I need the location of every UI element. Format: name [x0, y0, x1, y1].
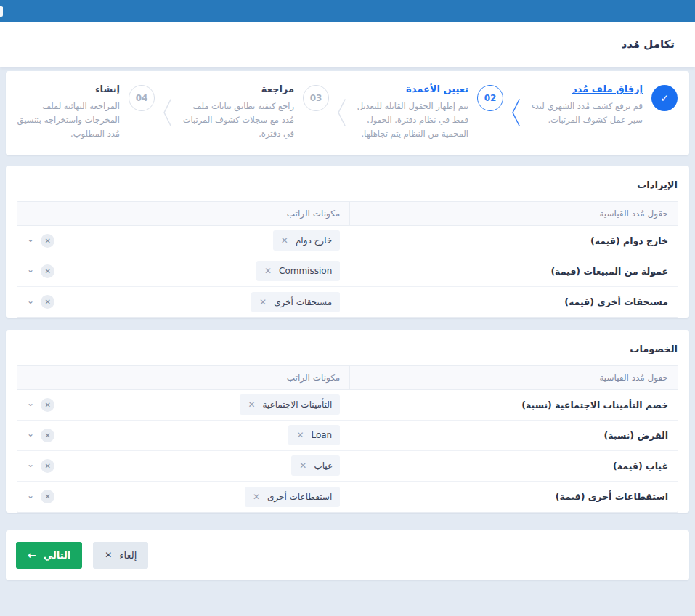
- section-title: الإيرادات: [6, 166, 689, 201]
- step-review: 03 مراجعة راجع كيفية تطابق بيانات ملف مُ…: [179, 82, 329, 141]
- clear-select-icon[interactable]: ✕: [41, 429, 54, 442]
- clear-select-icon[interactable]: ✕: [41, 264, 54, 278]
- field-name: مستحقات أخرى (قيمة): [349, 296, 678, 307]
- clear-select-icon[interactable]: ✕: [41, 234, 54, 248]
- tag-label: Loan: [311, 430, 332, 440]
- step-separator-icon: [162, 95, 172, 130]
- component-select[interactable]: استقطاعات أخرى ✕ ✕ ⌄: [17, 482, 349, 512]
- check-icon: ✓: [651, 85, 678, 111]
- mapping-table: حقول مُدد القياسية مكونات الراتب خصم الت…: [17, 365, 678, 513]
- tag-label: Commission: [279, 266, 332, 276]
- chevron-down-icon[interactable]: ⌄: [27, 429, 34, 439]
- arrow-left-icon: ←: [28, 549, 36, 561]
- deductions-section: الخصومات حقول مُدد القياسية مكونات الرات…: [6, 330, 689, 513]
- clear-select-icon[interactable]: ✕: [41, 295, 54, 309]
- remove-tag-icon[interactable]: ✕: [264, 267, 272, 275]
- table-row: خصم التأمينات الاجتماعية (نسبة) التأمينا…: [17, 390, 678, 421]
- component-select[interactable]: Loan ✕ ✕ ⌄: [17, 421, 349, 450]
- section-title: الخصومات: [6, 330, 689, 365]
- remove-tag-icon[interactable]: ✕: [248, 400, 255, 409]
- chevron-down-icon[interactable]: ⌄: [27, 264, 34, 275]
- selected-tag: غياب ✕: [291, 455, 340, 476]
- field-name: استقطاعات أخرى (قيمة): [349, 491, 678, 502]
- step-title: إنشاء: [5, 84, 120, 94]
- tag-label: مستحقات أخرى: [274, 297, 332, 307]
- clear-select-icon[interactable]: ✕: [41, 459, 54, 473]
- page-title-bar: تكامل مُدد: [0, 22, 695, 67]
- step-description: يتم إظهار الحقول القابلة للتعديل فقط في …: [354, 100, 468, 141]
- table-row: استقطاعات أخرى (قيمة) استقطاعات أخرى ✕ ✕…: [17, 482, 678, 512]
- chevron-down-icon[interactable]: ⌄: [27, 234, 34, 244]
- selected-tag: خارج دوام ✕: [273, 230, 340, 251]
- tag-label: خارج دوام: [296, 235, 332, 246]
- step-create: 04 إنشاء المراجعة النهائية لملف المخرجات…: [5, 82, 155, 141]
- step-number-badge: 03: [303, 85, 329, 111]
- page-title: تكامل مُدد: [621, 38, 675, 51]
- step-map-columns[interactable]: 02 تعيين الأعمدة يتم إظهار الحقول القابل…: [354, 82, 503, 141]
- tag-label: التأمينات الاجتماعية: [263, 400, 333, 410]
- component-select[interactable]: التأمينات الاجتماعية ✕ ✕ ⌄: [17, 390, 349, 420]
- next-button[interactable]: التالي ←: [16, 542, 82, 569]
- selected-tag: التأمينات الاجتماعية ✕: [240, 394, 340, 415]
- remove-tag-icon[interactable]: ✕: [281, 236, 288, 245]
- remove-tag-icon[interactable]: ✕: [253, 493, 260, 501]
- selected-tag: Commission ✕: [256, 261, 340, 281]
- table-row: القرض (نسبة) Loan ✕ ✕ ⌄: [17, 421, 678, 451]
- step-title: مراجعة: [179, 84, 294, 94]
- table-header: حقول مُدد القياسية مكونات الراتب: [17, 202, 678, 226]
- table-row: مستحقات أخرى (قيمة) مستحقات أخرى ✕ ✕ ⌄: [17, 287, 678, 317]
- mapping-table: حقول مُدد القياسية مكونات الراتب خارج دو…: [17, 201, 678, 318]
- tag-label: استقطاعات أخرى: [267, 492, 332, 502]
- field-name: عمولة من المبيعات (قيمة): [349, 266, 678, 277]
- cancel-button[interactable]: إلغاء ✕: [93, 542, 148, 569]
- stepper-card: ✓ إرفاق ملف مُدد قم برفع كشف مُدد الشهري…: [6, 71, 689, 155]
- step-description: راجع كيفية تطابق بيانات ملف مُدد مع سجلا…: [179, 100, 294, 141]
- step-description: المراجعة النهائية لملف المخرجات واستخراج…: [5, 100, 120, 141]
- step-attach-file[interactable]: ✓ إرفاق ملف مُدد قم برفع كشف مُدد الشهري…: [528, 82, 678, 127]
- step-title: تعيين الأعمدة: [354, 84, 468, 94]
- column-header-standard-fields: حقول مُدد القياسية: [349, 366, 678, 389]
- selected-tag: مستحقات أخرى ✕: [251, 292, 340, 312]
- chevron-down-icon[interactable]: ⌄: [27, 398, 34, 408]
- table-row: عمولة من المبيعات (قيمة) Commission ✕ ✕ …: [17, 256, 678, 287]
- step-title[interactable]: إرفاق ملف مُدد: [528, 84, 643, 94]
- step-number-badge: 04: [129, 85, 155, 111]
- revenues-section: الإيرادات حقول مُدد القياسية مكونات الرا…: [6, 166, 689, 318]
- column-header-standard-fields: حقول مُدد القياسية: [349, 202, 678, 225]
- field-name: القرض (نسبة): [349, 430, 678, 441]
- table-header: حقول مُدد القياسية مكونات الراتب: [17, 366, 678, 390]
- chevron-down-icon[interactable]: ⌄: [27, 490, 34, 500]
- footer-actions: التالي ← إلغاء ✕: [6, 530, 689, 580]
- chevron-down-icon[interactable]: ⌄: [27, 296, 34, 306]
- remove-tag-icon[interactable]: ✕: [259, 298, 267, 307]
- close-icon: ✕: [105, 550, 112, 560]
- step-separator-icon: [336, 95, 346, 130]
- footer-actions-card: التالي ← إلغاء ✕: [6, 530, 689, 580]
- step-number-badge: 02: [477, 85, 503, 111]
- step-description: قم برفع كشف مُدد الشهري لبدء سير عمل كشو…: [528, 100, 643, 127]
- component-select[interactable]: مستحقات أخرى ✕ ✕ ⌄: [17, 287, 349, 317]
- chevron-down-icon[interactable]: ⌄: [27, 459, 34, 469]
- selected-tag: Loan ✕: [288, 425, 340, 445]
- field-name: خصم التأمينات الاجتماعية (نسبة): [349, 400, 678, 410]
- clear-select-icon[interactable]: ✕: [41, 398, 54, 412]
- next-button-label: التالي: [44, 550, 71, 561]
- component-select[interactable]: Commission ✕ ✕ ⌄: [17, 256, 349, 286]
- component-select[interactable]: خارج دوام ✕ ✕ ⌄: [17, 226, 349, 256]
- stepper: ✓ إرفاق ملف مُدد قم برفع كشف مُدد الشهري…: [6, 71, 689, 155]
- clipped-toolbar-icon: [0, 6, 3, 17]
- clear-select-icon[interactable]: ✕: [41, 490, 54, 503]
- step-separator-icon: [511, 95, 521, 130]
- table-row: غياب (قيمة) غياب ✕ ✕ ⌄: [17, 451, 678, 482]
- tag-label: غياب: [314, 461, 332, 471]
- component-select[interactable]: غياب ✕ ✕ ⌄: [17, 451, 349, 481]
- table-row: خارج دوام (قيمة) خارج دوام ✕ ✕ ⌄: [17, 226, 678, 256]
- column-header-salary-components: مكونات الراتب: [17, 208, 349, 219]
- top-app-bar: [0, 0, 695, 22]
- selected-tag: استقطاعات أخرى ✕: [245, 487, 340, 507]
- remove-tag-icon[interactable]: ✕: [296, 431, 304, 439]
- field-name: خارج دوام (قيمة): [349, 235, 678, 246]
- cancel-button-label: إلغاء: [119, 550, 137, 561]
- column-header-salary-components: مكونات الراتب: [17, 373, 349, 383]
- remove-tag-icon[interactable]: ✕: [299, 461, 306, 470]
